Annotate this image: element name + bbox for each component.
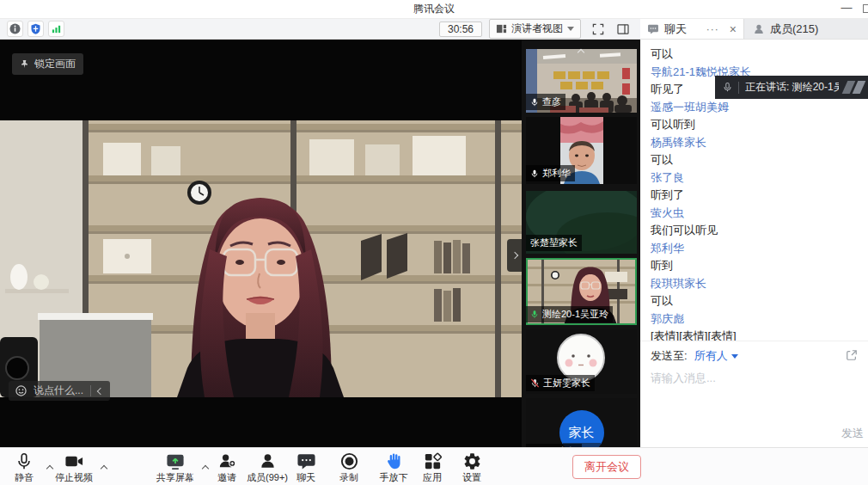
settings-button[interactable]: 设置 — [451, 451, 492, 484]
invite-person-icon — [217, 451, 237, 471]
chat-message-text: 听到 — [651, 260, 858, 272]
share-screen-icon — [165, 451, 186, 471]
fullscreen-icon[interactable] — [590, 21, 607, 38]
participant-name: 王妍雯家长 — [543, 377, 590, 390]
meeting-info-icon[interactable] — [7, 21, 23, 37]
tab-chat[interactable]: 聊天 ··· × — [640, 19, 743, 40]
emoji-smile-icon — [15, 385, 27, 396]
mute-button[interactable]: 静音 — [3, 451, 45, 484]
chat-button[interactable]: 聊天 — [285, 451, 327, 484]
participant-thumbnail[interactable]: 王妍雯家长 — [526, 329, 637, 394]
caption-input-pill[interactable]: 说点什么... — [9, 381, 110, 401]
record-label: 录制 — [339, 471, 358, 484]
meeting-timer: 30:56 — [439, 21, 482, 37]
view-mode-button[interactable]: 演讲者视图 — [489, 19, 581, 39]
hand-down-label: 手放下 — [380, 471, 408, 484]
chat-sender-name[interactable]: 段琪琪家长 — [651, 278, 858, 290]
participant-thumbnail[interactable]: 郑利华 — [526, 117, 637, 184]
view-mode-label: 演讲者视图 — [511, 21, 563, 36]
chat-message-text: 可以 — [651, 154, 858, 166]
strip-scroll-up-button[interactable] — [578, 43, 584, 58]
mic-muted-icon — [530, 378, 540, 388]
member-person-icon — [753, 23, 765, 35]
apps-button[interactable]: 应用 — [412, 451, 453, 484]
send-to-label: 发送至: — [651, 348, 688, 364]
participant-thumbnail[interactable]: 家长 张子岩家长 — [526, 398, 637, 447]
chat-message-text: 我们可以听见 — [651, 224, 858, 236]
apps-label: 应用 — [423, 471, 442, 484]
chat-panel: 可以导航21-1魏悦悦家长听见了遥感一班胡美姆可以听到杨禹锋家长可以张了良听到了… — [640, 40, 868, 447]
chevron-right-icon — [510, 252, 517, 259]
share-screen-label: 共享屏幕 — [156, 471, 194, 484]
chat-sender-name[interactable]: 遥感一班胡美姆 — [651, 101, 858, 114]
chat-bubble-icon — [647, 23, 659, 35]
pin-view-button[interactable]: 锁定画面 — [12, 53, 83, 75]
participant-thumbnail-strip: 查彦 郑利华 — [522, 40, 640, 447]
speaking-toast-text: 正在讲话: 测绘20-1吴亚玲... — [745, 80, 839, 95]
record-button[interactable]: 录制 — [328, 451, 370, 484]
tab-members-label: 成员(215) — [770, 21, 818, 37]
network-signal-icon[interactable] — [48, 21, 64, 37]
send-to-selector[interactable]: 所有人 — [694, 348, 738, 364]
participant-name: 测绘20-1吴亚玲 — [542, 308, 608, 321]
invite-label: 邀请 — [217, 471, 236, 484]
share-screen-button[interactable]: 共享屏幕 — [151, 451, 199, 484]
record-icon — [339, 451, 359, 471]
chat-sender-name[interactable]: 郑利华 — [651, 242, 858, 255]
chat-sender-name[interactable]: 萤火虫 — [651, 207, 858, 219]
participant-thumbnail[interactable]: 查彦 — [526, 49, 637, 113]
hand-down-button[interactable]: 手放下 — [371, 451, 416, 484]
participant-thumbnail[interactable]: 张楚堃家长 — [526, 191, 637, 254]
chat-input[interactable] — [640, 367, 868, 447]
chat-message-text: 听到了 — [651, 189, 858, 201]
chevron-left-icon[interactable] — [97, 387, 104, 394]
chat-bubble-icon — [296, 451, 316, 471]
chat-sender-name[interactable]: 张了良 — [651, 172, 858, 184]
mic-on-icon — [530, 98, 539, 107]
window-title: 腾讯会议 — [413, 2, 455, 16]
main-video-stage[interactable]: 锁定画面 — [0, 40, 522, 447]
participant-thumbnail-active-speaker[interactable]: 测绘20-1吴亚玲 — [526, 258, 637, 325]
maximize-button[interactable] — [863, 4, 868, 13]
chat-menu-button[interactable]: ··· — [706, 23, 719, 35]
titlebar: 腾讯会议 — — [0, 0, 868, 19]
control-bar: 静音 停止视频 共享屏幕 邀请 成员(99+) 聊天 录制 — [0, 447, 868, 485]
members-person-icon — [258, 451, 278, 471]
thumbnail-collapse-arrow[interactable] — [507, 239, 522, 272]
minimize-button[interactable]: — — [840, 3, 853, 15]
chat-message-text: 可以听到 — [651, 119, 858, 131]
mute-label: 静音 — [15, 471, 34, 484]
send-to-row: 发送至: 所有人 — [640, 341, 868, 367]
chevron-down-icon — [567, 27, 574, 31]
raised-hand-icon — [384, 451, 404, 471]
caption-placeholder: 说点什么... — [34, 384, 83, 398]
mic-speaking-icon — [530, 310, 539, 319]
members-button[interactable]: 成员(99+) — [243, 451, 291, 484]
popout-chat-icon[interactable] — [846, 349, 858, 364]
chat-close-button[interactable]: × — [730, 22, 737, 36]
main-content: 锁定画面 — [0, 40, 868, 447]
stop-video-button[interactable]: 停止视频 — [50, 451, 98, 484]
tab-members[interactable]: 成员(215) — [743, 19, 868, 40]
chat-sender-name[interactable]: 杨禹锋家长 — [651, 137, 858, 149]
mic-toast-icon — [723, 82, 732, 93]
chat-sender-name[interactable]: 郭庆彪 — [651, 313, 858, 325]
chat-message-text: 可以 — [651, 295, 858, 307]
participant-name: 郑利华 — [542, 167, 571, 180]
layout-grid-icon — [496, 23, 507, 34]
avatar-badge: 家长 — [559, 410, 604, 447]
toolbar-main: 30:56 演讲者视图 — [0, 19, 640, 40]
send-to-value: 所有人 — [694, 348, 728, 364]
main-video-frame — [0, 120, 522, 397]
chat-message-text: [表情][表情][表情] — [651, 330, 858, 341]
security-shield-icon[interactable] — [28, 21, 44, 37]
video-options-chevron[interactable] — [101, 459, 107, 475]
mic-on-icon — [530, 169, 539, 178]
gear-icon — [462, 451, 482, 471]
leave-meeting-button[interactable]: 离开会议 — [572, 455, 641, 479]
send-button[interactable]: 发送 — [841, 426, 864, 441]
mic-icon — [15, 451, 34, 471]
side-panel-icon[interactable] — [614, 21, 632, 38]
invite-button[interactable]: 邀请 — [206, 451, 248, 484]
chat-label: 聊天 — [296, 471, 315, 484]
